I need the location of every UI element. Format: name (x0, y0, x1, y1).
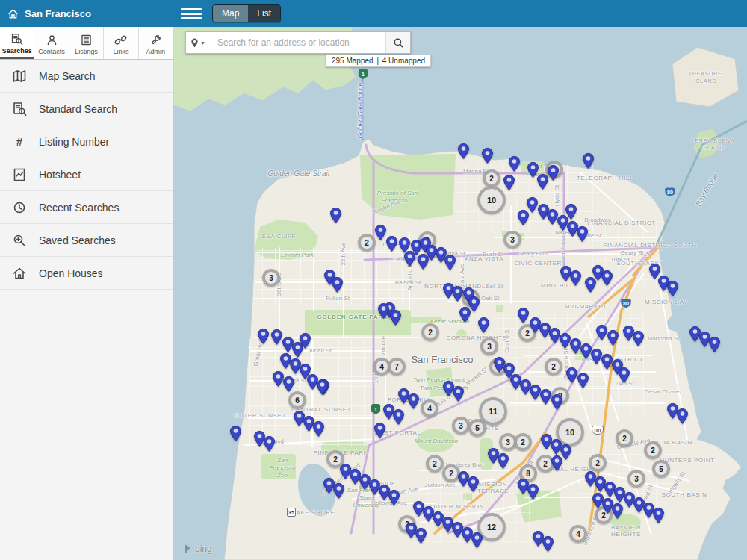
search-button[interactable] (385, 32, 410, 53)
map-pin[interactable] (374, 423, 385, 438)
map-pin[interactable] (551, 455, 562, 471)
map-pin[interactable] (565, 204, 577, 220)
map-pin[interactable] (542, 536, 554, 552)
map-pin[interactable] (633, 331, 644, 346)
menu-item-hotsheet[interactable]: Hotsheet (0, 158, 173, 191)
map-pin[interactable] (580, 343, 592, 359)
map-pin[interactable] (498, 453, 509, 469)
map-pin[interactable] (444, 255, 456, 270)
map-pin[interactable] (458, 143, 469, 159)
map-pin[interactable] (333, 483, 344, 499)
map-canvas[interactable]: Golden Gate StraitGolden Gate BridgeBay … (173, 27, 747, 560)
cluster-marker[interactable]: 3 (503, 231, 521, 249)
cluster-marker[interactable]: 2 (644, 441, 662, 459)
cluster-marker[interactable]: 2 (421, 323, 439, 341)
map-pin[interactable] (453, 386, 464, 402)
map-pin[interactable] (404, 251, 415, 267)
menu-item-listing-number[interactable]: #Listing Number (0, 125, 173, 158)
map-pin[interactable] (386, 236, 397, 252)
tab-searches[interactable]: Searches (0, 27, 34, 59)
map-pin[interactable] (566, 367, 577, 383)
cluster-marker[interactable]: 3 (262, 269, 280, 287)
map-pin[interactable] (518, 308, 529, 323)
map-pin[interactable] (264, 436, 275, 452)
map-pin[interactable] (503, 363, 515, 379)
map-pin[interactable] (527, 484, 539, 500)
map-pin[interactable] (393, 409, 404, 425)
map-pin[interactable] (601, 354, 613, 370)
cluster-marker[interactable]: 5 (652, 460, 670, 478)
map-pin[interactable] (415, 528, 427, 544)
map-pin[interactable] (601, 270, 613, 286)
menu-item-map-search[interactable]: Map Search (0, 60, 173, 93)
map-pin[interactable] (509, 156, 520, 172)
map-pin[interactable] (459, 307, 471, 323)
tab-listings[interactable]: Listings (69, 27, 104, 59)
cluster-marker[interactable]: 2 (358, 234, 376, 252)
map-pin[interactable] (607, 330, 619, 346)
cluster-marker[interactable]: 2 (483, 169, 500, 187)
map-pin[interactable] (317, 379, 328, 395)
tab-admin[interactable]: Admin (139, 27, 173, 59)
search-input[interactable] (211, 32, 385, 53)
map-pin[interactable] (518, 210, 529, 225)
cluster-marker[interactable]: 2 (514, 433, 532, 451)
map-pin[interactable] (482, 148, 493, 164)
map-pin[interactable] (471, 532, 483, 548)
cluster-marker[interactable]: 2 (616, 429, 633, 447)
map-pin[interactable] (549, 328, 560, 343)
map-pin[interactable] (577, 373, 589, 388)
map-pin[interactable] (547, 209, 558, 225)
map-pin[interactable] (283, 376, 294, 392)
map-pin[interactable] (570, 338, 581, 354)
cluster-marker[interactable]: 3 (480, 337, 498, 355)
map-pin[interactable] (494, 357, 505, 373)
map-pin[interactable] (596, 325, 607, 340)
cluster-marker[interactable]: 2 (589, 454, 607, 472)
map-pin[interactable] (577, 226, 588, 242)
map-pin[interactable] (560, 333, 571, 349)
map-pin[interactable] (271, 329, 282, 345)
menu-toggle-button[interactable] (181, 4, 202, 22)
cluster-marker[interactable]: 3 (627, 470, 645, 488)
map-pin[interactable] (313, 421, 324, 437)
map-view-button[interactable]: Map (213, 5, 248, 22)
cluster-marker[interactable]: 4 (421, 399, 438, 417)
menu-item-saved-searches[interactable]: Saved Searches (0, 224, 173, 257)
cluster-marker[interactable]: 5 (468, 419, 486, 437)
cluster-marker[interactable]: 2 (545, 358, 562, 376)
map-pin[interactable] (583, 153, 594, 169)
map-pin[interactable] (677, 408, 688, 424)
map-pin[interactable] (378, 303, 389, 319)
map-pin[interactable] (478, 317, 489, 333)
cluster-marker[interactable]: 2 (426, 455, 444, 473)
map-pin[interactable] (653, 508, 664, 523)
map-pin[interactable] (408, 393, 419, 409)
map-pin[interactable] (585, 277, 596, 293)
map-pin[interactable] (230, 426, 241, 441)
tab-links[interactable]: Links (104, 27, 138, 59)
cluster-marker[interactable]: 7 (388, 358, 406, 376)
map-pin[interactable] (530, 385, 541, 400)
list-view-button[interactable]: List (248, 5, 280, 22)
map-pin[interactable] (273, 371, 284, 387)
map-pin[interactable] (612, 503, 623, 519)
map-pin[interactable] (468, 476, 479, 492)
map-pin[interactable] (537, 174, 548, 190)
map-pin[interactable] (570, 270, 581, 286)
map-pin[interactable] (375, 225, 386, 240)
map-pin[interactable] (503, 175, 515, 190)
map-pin[interactable] (390, 310, 401, 326)
menu-item-recent-searches[interactable]: Recent Searches (0, 191, 173, 224)
menu-item-standard-search[interactable]: Standard Search (0, 93, 173, 125)
map-pin[interactable] (300, 333, 311, 349)
map-pin[interactable] (548, 165, 559, 181)
map-pin[interactable] (709, 337, 720, 352)
map-pin[interactable] (258, 329, 269, 344)
map-pin[interactable] (418, 254, 429, 270)
map-pin[interactable] (332, 277, 343, 293)
cluster-marker[interactable]: 4 (569, 525, 587, 543)
search-type-dropdown[interactable]: ▼ (186, 32, 211, 53)
map-pin[interactable] (388, 490, 400, 505)
cluster-marker[interactable]: 10 (477, 186, 506, 214)
